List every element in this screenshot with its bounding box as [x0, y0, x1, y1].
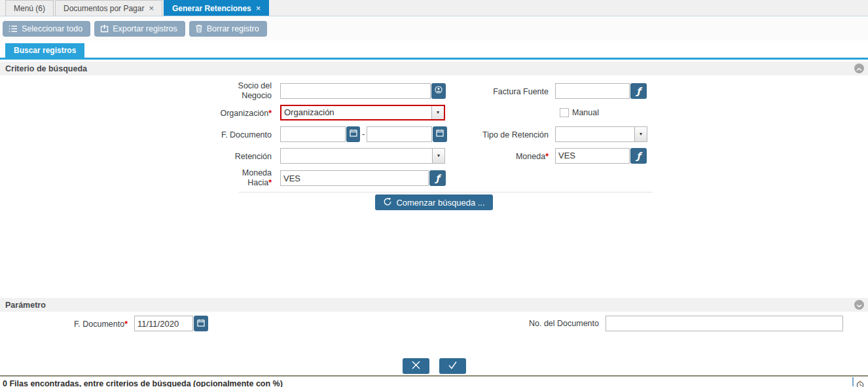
business-partner-search-button[interactable] [431, 83, 446, 99]
business-partner-label: Socio del Negocio [226, 81, 272, 101]
source-invoice-search-button[interactable]: ƒ [630, 83, 647, 99]
doc-no-input[interactable] [606, 316, 843, 331]
chevron-down-icon[interactable]: ▾ [432, 149, 444, 163]
calendar-icon [197, 319, 205, 329]
statusbar-separator [0, 375, 868, 377]
collapse-criteria-button[interactable] [854, 64, 864, 73]
refresh-icon [383, 197, 392, 208]
app-window: Menú (6) Documentos por Pagar × Generar … [0, 0, 868, 387]
parameter-row: F. Documento* No. del Documento [0, 314, 868, 333]
delete-record-button[interactable]: Borrar registro [189, 21, 267, 37]
organization-label: Organización [220, 109, 268, 118]
checkmark-icon [448, 361, 458, 371]
retention-type-value [556, 127, 634, 141]
chevron-down-icon[interactable]: ▾ [431, 106, 444, 119]
parameter-title: Parámetro [5, 301, 46, 310]
manual-label: Manual [572, 108, 599, 117]
doc-no-label: No. del Documento [529, 319, 599, 329]
retention-type-label: Tipo de Retención [482, 130, 549, 139]
close-icon[interactable]: × [149, 4, 154, 12]
source-invoice-input[interactable] [555, 83, 630, 99]
retention-label: Retención [235, 152, 272, 161]
select-all-label: Seleccionar todo [22, 24, 82, 33]
window-tab-bar: Menú (6) Documentos por Pagar × Generar … [0, 0, 868, 16]
param-doc-date-label: F. Documento [74, 320, 124, 329]
currency-label: Moneda [516, 152, 545, 161]
tab-documentos-por-pagar[interactable]: Documentos por Pagar × [55, 0, 162, 16]
function-search-icon: ƒ [636, 151, 640, 160]
row-business-partner: Socio del Negocio Factura Fuente ƒ [0, 80, 868, 101]
currency-to-label: Moneda Hacia [242, 168, 272, 187]
criteria-section-header: Criterio de búsqueda [0, 62, 868, 75]
doc-date-from-input[interactable] [280, 126, 346, 142]
currency-search-button[interactable]: ƒ [630, 148, 647, 164]
doc-no-group: No. del Documento [529, 314, 843, 333]
export-icon [100, 24, 109, 33]
toolbar: Seleccionar todo Exportar registros Borr… [0, 16, 868, 41]
chevron-down-icon [856, 300, 862, 310]
row-currency-to: Moneda Hacia* ƒ [0, 166, 868, 190]
function-search-icon: ƒ [636, 86, 640, 96]
buscar-registros-label: Buscar registros [14, 46, 76, 55]
export-records-label: Exportar registros [113, 24, 177, 33]
cancel-button[interactable] [403, 358, 429, 374]
tab-menu-label: Menú (6) [14, 4, 45, 13]
function-search-icon: ƒ [435, 174, 439, 183]
required-marker: * [268, 109, 272, 118]
row-doc-date: F. Documento - Tipo de Retención ▾ [0, 123, 868, 145]
retention-value [281, 149, 432, 163]
retention-type-combo[interactable]: ▾ [555, 126, 647, 142]
doc-date-to-input[interactable] [367, 126, 432, 142]
currency-to-search-button[interactable]: ƒ [429, 170, 446, 186]
chevron-down-icon[interactable]: ▾ [634, 127, 647, 141]
calendar-icon [350, 129, 357, 139]
chevron-up-icon [856, 64, 862, 73]
organization-value: Organización [281, 106, 431, 119]
list-icon [9, 25, 18, 33]
tab-menu[interactable]: Menú (6) [5, 0, 54, 16]
person-icon [435, 86, 443, 96]
search-button-row: Comenzar búsqueda ... [0, 193, 868, 210]
cancel-x-icon [411, 361, 421, 371]
expand-parameter-button[interactable] [854, 300, 864, 310]
tab-buscar-registros[interactable]: Buscar registros [5, 43, 84, 58]
currency-input[interactable] [555, 148, 630, 164]
parameter-section-header: Parámetro [0, 298, 868, 312]
subtab-underline [0, 58, 868, 60]
start-search-button[interactable]: Comenzar búsqueda ... [375, 194, 492, 210]
criteria-title: Criterio de búsqueda [5, 64, 87, 73]
date-range-separator: - [360, 129, 367, 139]
required-marker: * [268, 178, 272, 187]
currency-to-input[interactable] [280, 170, 429, 186]
manual-checkbox[interactable] [560, 108, 569, 117]
confirm-button[interactable] [439, 358, 466, 374]
criteria-form: Socio del Negocio Factura Fuente ƒ Organ… [0, 75, 868, 210]
delete-record-label: Borrar registro [207, 24, 259, 33]
trash-icon [195, 24, 203, 33]
tab-generar-label: Generar Retenciones [172, 4, 251, 13]
start-search-label: Comenzar búsqueda ... [396, 198, 484, 208]
source-invoice-label: Factura Fuente [493, 87, 549, 96]
calendar-button[interactable] [194, 316, 208, 331]
business-partner-input[interactable] [280, 83, 431, 99]
row-organization: Organización* Organización ▾ Manual [0, 101, 868, 123]
tab-documentos-label: Documentos por Pagar [63, 4, 144, 13]
retention-combo[interactable]: ▾ [280, 148, 445, 164]
param-doc-date-input[interactable] [134, 316, 193, 331]
organization-combo[interactable]: Organización ▾ [280, 105, 445, 120]
calendar-icon [436, 129, 444, 139]
doc-date-label: F. Documento [221, 130, 272, 139]
statusbar-clock-icon [856, 380, 864, 387]
export-records-button[interactable]: Exportar registros [94, 21, 185, 37]
close-icon[interactable]: × [256, 4, 261, 12]
required-marker: * [545, 152, 549, 161]
row-retention: Retención ▾ Moneda* ƒ [0, 145, 868, 166]
confirm-button-row [0, 358, 868, 374]
select-all-button[interactable]: Seleccionar todo [3, 21, 90, 37]
statusbar-text: 0 Filas encontradas, entre criterios de … [3, 379, 283, 387]
tab-generar-retenciones[interactable]: Generar Retenciones × [164, 0, 269, 16]
statusbar-divider [852, 377, 854, 386]
required-marker: * [124, 320, 128, 329]
calendar-button[interactable] [346, 126, 360, 142]
